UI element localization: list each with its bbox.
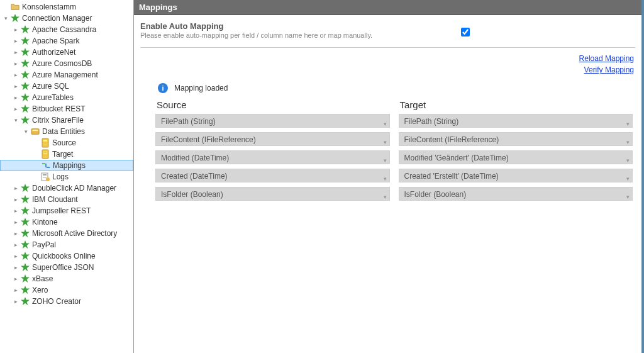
mapping-field[interactable]: FilePath (String)▾ bbox=[399, 114, 633, 128]
chevron-right-icon[interactable]: ▸ bbox=[11, 61, 20, 67]
tree-item-target[interactable]: ▸Target bbox=[0, 148, 133, 160]
chevron-right-icon[interactable]: ▸ bbox=[11, 27, 20, 33]
tree-item-citrix-sharefile[interactable]: ▾ Citrix ShareFile bbox=[0, 115, 133, 126]
tree-item[interactable]: ▸xBase bbox=[0, 273, 133, 284]
svg-marker-4 bbox=[21, 59, 30, 67]
mapping-field[interactable]: FileContent (IFileReference)▾ bbox=[155, 132, 390, 146]
chevron-down-icon[interactable]: ▾ bbox=[1, 16, 10, 21]
verify-mapping-link[interactable]: Verify Mapping bbox=[140, 65, 634, 74]
tree-item[interactable]: ▸SuperOffice JSON bbox=[0, 262, 133, 273]
chevron-right-icon[interactable]: ▸ bbox=[11, 95, 20, 101]
chevron-down-icon[interactable]: ▾ bbox=[626, 117, 630, 131]
svg-marker-32 bbox=[21, 286, 30, 294]
tree-item[interactable]: ▸ZOHO Creator bbox=[0, 296, 133, 307]
mapping-field[interactable]: Modified (DateTime)▾ bbox=[155, 150, 390, 164]
starburst-icon bbox=[20, 251, 30, 261]
tree-item-source[interactable]: ▸Source bbox=[0, 137, 133, 148]
starburst-icon bbox=[20, 81, 30, 91]
tree-item[interactable]: ▸AuthorizeNet bbox=[0, 47, 133, 58]
chevron-right-icon[interactable]: ▸ bbox=[11, 254, 20, 259]
tree-item[interactable]: ▸Jumpseller REST bbox=[0, 205, 133, 216]
chevron-down-icon[interactable]: ▾ bbox=[384, 135, 387, 149]
tree-label: Citrix ShareFile bbox=[31, 116, 84, 125]
mapping-field[interactable]: FileContent (IFileReference)▾ bbox=[399, 132, 633, 146]
tree-item[interactable]: ▸Xero bbox=[0, 284, 133, 296]
chevron-down-icon[interactable]: ▾ bbox=[626, 172, 630, 186]
tree-item[interactable]: ▸Apache Spark bbox=[0, 35, 133, 47]
tree-item[interactable]: ▸Azure SQL bbox=[0, 81, 133, 92]
tree-item[interactable]: ▸Apache Cassandra bbox=[0, 24, 133, 35]
svg-marker-25 bbox=[21, 206, 30, 215]
tree-item[interactable]: ▸Microsoft Active Directory bbox=[0, 228, 133, 239]
chevron-right-icon[interactable]: ▸ bbox=[11, 50, 20, 55]
chevron-right-icon[interactable]: ▸ bbox=[11, 288, 20, 293]
svg-rect-13 bbox=[43, 140, 47, 141]
mapping-field[interactable]: Modified 'Geändert' (DateTime)▾ bbox=[399, 150, 633, 164]
chevron-down-icon[interactable]: ▾ bbox=[384, 154, 387, 167]
mapping-field[interactable]: FilePath (String)▾ bbox=[155, 114, 390, 128]
mapping-field[interactable]: Created (DateTime)▾ bbox=[155, 169, 390, 182]
tree-item[interactable]: ▸Bitbucket REST bbox=[0, 103, 133, 115]
tree-root[interactable]: ▸ Konsolenstamm bbox=[0, 1, 133, 13]
tree-label: SuperOffice JSON bbox=[31, 263, 94, 272]
chevron-down-icon[interactable]: ▾ bbox=[626, 154, 630, 167]
tree-label: Azure SQL bbox=[31, 82, 69, 91]
chevron-down-icon[interactable]: ▾ bbox=[626, 135, 630, 149]
chevron-down-icon[interactable]: ▾ bbox=[384, 190, 387, 204]
target-column: Target FilePath (String)▾FileContent (IF… bbox=[399, 99, 633, 205]
tree-item[interactable]: ▸Quickbooks Online bbox=[0, 250, 133, 262]
chevron-right-icon[interactable]: ▸ bbox=[11, 231, 20, 237]
tree-label: Kintone bbox=[31, 218, 58, 227]
mapping-icon bbox=[41, 160, 51, 171]
chevron-right-icon[interactable]: ▸ bbox=[11, 38, 20, 44]
starburst-icon bbox=[20, 70, 30, 80]
chevron-right-icon[interactable]: ▸ bbox=[11, 186, 20, 191]
tree-item-logs[interactable]: ▸Logs bbox=[0, 171, 133, 182]
reload-mapping-link[interactable]: Reload Mapping bbox=[140, 54, 634, 63]
auto-mapping-checkbox[interactable] bbox=[461, 28, 470, 36]
chevron-right-icon[interactable]: ▸ bbox=[11, 265, 20, 271]
mapping-field[interactable]: IsFolder (Boolean)▾ bbox=[155, 187, 390, 201]
chevron-right-icon[interactable]: ▸ bbox=[11, 276, 20, 282]
chevron-right-icon[interactable]: ▸ bbox=[11, 242, 20, 248]
mapping-field[interactable]: IsFolder (Boolean)▾ bbox=[399, 187, 633, 201]
svg-rect-15 bbox=[42, 150, 48, 159]
starburst-icon bbox=[20, 36, 30, 46]
field-label: IsFolder (Boolean) bbox=[404, 190, 467, 199]
chevron-down-icon[interactable]: ▾ bbox=[11, 118, 20, 123]
chevron-down-icon[interactable]: ▾ bbox=[626, 190, 630, 204]
tree-item[interactable]: ▸Azure CosmosDB bbox=[0, 58, 133, 69]
tree-item[interactable]: ▸Azure Management bbox=[0, 69, 133, 81]
tree-item[interactable]: ▸DoubleClick AD Manager bbox=[0, 182, 133, 194]
chevron-down-icon[interactable]: ▾ bbox=[21, 129, 30, 135]
chevron-right-icon[interactable]: ▸ bbox=[11, 72, 20, 78]
starburst-icon bbox=[20, 274, 30, 284]
svg-marker-3 bbox=[21, 48, 30, 56]
chevron-down-icon[interactable]: ▾ bbox=[384, 172, 387, 186]
starburst-icon bbox=[20, 115, 30, 125]
svg-marker-33 bbox=[21, 297, 30, 305]
tree-label: Data Entities bbox=[42, 127, 85, 136]
chevron-right-icon[interactable]: ▸ bbox=[11, 208, 20, 214]
chevron-right-icon[interactable]: ▸ bbox=[11, 220, 20, 225]
tree-item[interactable]: ▸IBM Cloudant bbox=[0, 194, 133, 205]
chevron-right-icon[interactable]: ▸ bbox=[11, 106, 20, 112]
mapping-field[interactable]: Created 'Erstellt' (DateTime)▾ bbox=[399, 169, 633, 182]
tree-item-mappings[interactable]: ▸Mappings bbox=[0, 160, 133, 171]
data-folder-icon bbox=[30, 126, 40, 137]
starburst-icon bbox=[20, 262, 30, 272]
tree-item[interactable]: ▸Kintone bbox=[0, 216, 133, 228]
tree-label: Logs bbox=[52, 172, 69, 181]
log-icon bbox=[40, 172, 50, 182]
tree-item-data-entities[interactable]: ▾ Data Entities bbox=[0, 126, 133, 137]
chevron-right-icon[interactable]: ▸ bbox=[11, 84, 20, 89]
svg-rect-16 bbox=[43, 152, 47, 152]
tree-connection-manager[interactable]: ▾ Connection Manager bbox=[0, 13, 133, 24]
chevron-right-icon[interactable]: ▸ bbox=[11, 299, 20, 305]
chevron-right-icon[interactable]: ▸ bbox=[11, 197, 20, 203]
chevron-down-icon[interactable]: ▾ bbox=[384, 117, 387, 131]
svg-marker-5 bbox=[21, 70, 30, 79]
svg-rect-21 bbox=[43, 177, 47, 177]
tree-item[interactable]: ▸PayPal bbox=[0, 239, 133, 250]
tree-item[interactable]: ▸AzureTables bbox=[0, 92, 133, 103]
